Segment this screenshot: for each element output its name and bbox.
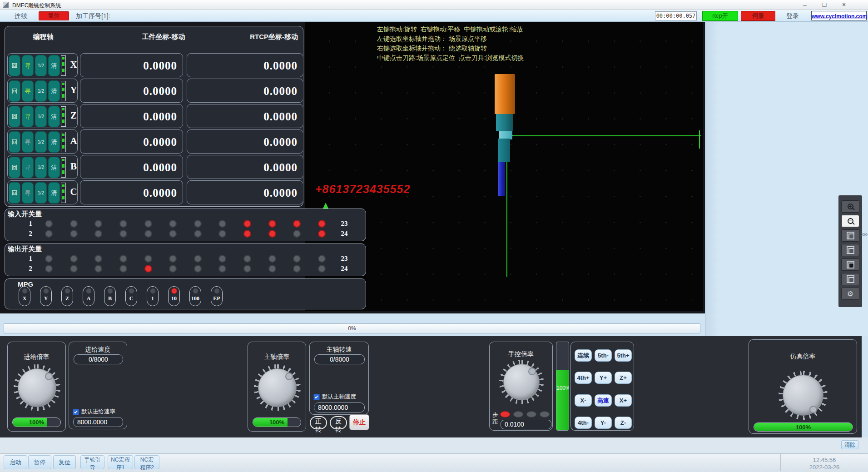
jog-5th-plus-button[interactable]: 5th+ (615, 349, 632, 362)
jog-y-minus-button[interactable]: Y- (595, 417, 612, 429)
home-axis-button[interactable]: 回 (9, 157, 20, 178)
clear-axis-button[interactable]: 清 (48, 80, 60, 102)
view-settings-button[interactable]: ⚙ (841, 288, 859, 300)
jog-x-plus-button[interactable]: X+ (615, 394, 632, 407)
checkbox-checked-icon[interactable] (73, 409, 79, 415)
step-value-input[interactable]: 0.0100 (501, 420, 551, 429)
view-front-button[interactable] (841, 229, 859, 242)
half-axis-button[interactable]: 1/2 (35, 55, 47, 76)
spindle-stop-button[interactable]: 停止 (349, 414, 369, 430)
jog-x-minus-button[interactable]: X- (575, 394, 592, 407)
home-axis-button[interactable]: 回 (9, 182, 20, 204)
step-indicator[interactable] (540, 411, 550, 417)
help-line: 中键点击刀路:场景原点定位 点击刀具:浏览模式切换 (377, 53, 524, 63)
simulation-override-panel: 仿真倍率 100% (749, 339, 857, 434)
spindle-cw-button[interactable]: 正转 (310, 416, 327, 429)
mpg-select-z[interactable]: Z (61, 286, 73, 306)
expand-panel-chevron[interactable]: »» (861, 230, 867, 238)
simulation-override-knob[interactable] (783, 375, 823, 416)
jog-continuous-button[interactable]: 连续 (575, 349, 592, 362)
jog-rapid-button[interactable]: 高速 (595, 394, 612, 407)
indicator-dot-off (218, 230, 226, 238)
zoom-out-button[interactable]: − (841, 215, 859, 227)
clear-axis-button[interactable]: 清 (48, 131, 60, 153)
mpg-select-b[interactable]: B (104, 286, 116, 306)
jog-4th-plus-button[interactable]: 4th+ (575, 372, 592, 384)
login-button[interactable]: 登录 (786, 12, 799, 20)
clear-axis-button[interactable]: 清 (48, 55, 60, 76)
mpg-select-c[interactable]: C (125, 286, 137, 306)
jog-z-plus-button[interactable]: Z+ (615, 372, 632, 384)
seek-axis-button[interactable]: 寻 (22, 182, 34, 204)
tool-collet-upper-model[interactable] (496, 114, 513, 131)
half-axis-button[interactable]: 1/2 (35, 80, 47, 102)
mpg-select-1[interactable]: 1 (147, 286, 159, 306)
default-spindle-input[interactable]: 8000.0000 (314, 402, 365, 412)
clear-axis-button[interactable]: 清 (48, 106, 60, 127)
step-indicator-active[interactable] (500, 411, 510, 417)
step-indicator[interactable] (513, 411, 523, 417)
view-side-button[interactable] (841, 244, 859, 256)
tool-collet-lower-model[interactable] (498, 139, 510, 162)
default-spindle-checkbox-row[interactable]: 默认主轴速度 (313, 393, 356, 401)
jog-5th-minus-button[interactable]: 5th- (595, 349, 612, 362)
pause-button[interactable]: 暂停 (28, 455, 51, 469)
continue-button[interactable]: 连续 (15, 12, 27, 20)
default-feed-input[interactable]: 8000.0000 (73, 417, 123, 427)
servo-button[interactable]: 伺服 (741, 11, 775, 21)
home-axis-button[interactable]: 回 (9, 131, 20, 153)
checkbox-checked-icon[interactable] (313, 394, 320, 400)
tool-holder-model[interactable] (495, 74, 515, 114)
view-top-button[interactable] (841, 258, 859, 271)
zoom-in-button[interactable]: + (841, 200, 859, 213)
bottom-control-area (0, 336, 862, 437)
half-axis-button[interactable]: 1/2 (35, 106, 47, 127)
clear-axis-button[interactable]: 清 (48, 157, 60, 178)
seek-axis-button[interactable]: 寻 (22, 55, 34, 76)
nc-macro2-button[interactable]: NC宏程序2 (134, 455, 159, 469)
mpg-select-ep[interactable]: EP (211, 286, 223, 306)
reset-button-top[interactable]: 复位 (39, 11, 69, 20)
home-axis-button[interactable]: 回 (9, 80, 20, 102)
step-indicator[interactable] (526, 411, 536, 417)
half-axis-button[interactable]: 1/2 (35, 131, 47, 153)
handwheel-guide-button[interactable]: 手轮引导 (80, 455, 104, 469)
mpg-select-100[interactable]: 100 (189, 286, 201, 306)
home-axis-button[interactable]: 回 (9, 106, 20, 127)
feed-override-knob[interactable] (18, 368, 56, 407)
maximize-button[interactable]: □ (817, 0, 832, 10)
default-feed-checkbox-row[interactable]: 默认进给速率 (73, 408, 115, 416)
seek-axis-button[interactable]: 寻 (22, 131, 34, 153)
mpg-select-y[interactable]: Y (40, 286, 52, 306)
spindle-ccw-button[interactable]: 反转 (330, 416, 347, 429)
close-button[interactable]: × (836, 0, 852, 10)
cube-view-icon (848, 277, 854, 283)
mpg-select-10[interactable]: 10 (168, 286, 180, 306)
jog-4th-minus-button[interactable]: 4th- (575, 417, 592, 429)
tool-shank-model[interactable] (498, 162, 505, 196)
jog-z-minus-button[interactable]: Z- (615, 417, 632, 429)
half-axis-button[interactable]: 1/2 (35, 157, 47, 178)
rtcp-toggle-button[interactable]: rtcp开 (702, 11, 738, 21)
spindle-override-knob[interactable] (258, 368, 297, 407)
home-axis-button[interactable]: 回 (9, 55, 20, 76)
reset-button-bottom[interactable]: 复位 (53, 455, 76, 469)
mpg-select-a[interactable]: A (83, 286, 94, 306)
axis-status-indicator (61, 183, 66, 203)
seek-axis-button[interactable]: 寻 (22, 106, 34, 127)
mpg-select-x[interactable]: X (19, 286, 30, 306)
input-switches-title: 输入开关量 (8, 210, 42, 219)
clear-button[interactable]: 清除 (841, 440, 858, 449)
seek-axis-button[interactable]: 寻 (22, 80, 34, 102)
vendor-link[interactable]: www.cyclmotion.com (811, 11, 867, 20)
nc-macro1-button[interactable]: NC宏程序1 (108, 455, 133, 469)
half-axis-button[interactable]: 1/2 (35, 182, 47, 204)
start-button[interactable]: 启动 (4, 455, 27, 469)
minimize-button[interactable]: – (797, 0, 813, 10)
input-indicator-dots (45, 220, 326, 228)
clear-axis-button[interactable]: 清 (48, 182, 60, 204)
jog-y-plus-button[interactable]: Y+ (595, 372, 612, 384)
seek-axis-button[interactable]: 寻 (22, 157, 34, 178)
manual-override-knob[interactable] (503, 364, 540, 400)
view-iso-button[interactable] (841, 273, 859, 285)
